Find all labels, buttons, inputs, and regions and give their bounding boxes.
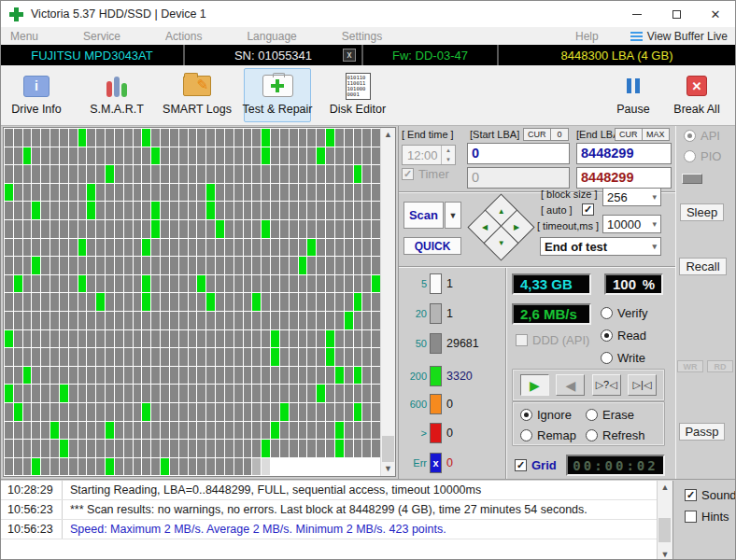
log-scrollbar[interactable]: ▲ ▼ (657, 481, 672, 560)
ddd-checkbox[interactable] (516, 334, 528, 346)
spin-down-icon[interactable]: ▼ (442, 155, 455, 164)
api-radio-row[interactable]: API (684, 129, 720, 143)
wr-button[interactable]: WR (677, 360, 703, 372)
view-buffer-live-button[interactable]: View Buffer Live (630, 30, 728, 43)
grid-scrollbar[interactable]: ▲ ▼ (380, 128, 395, 476)
radio-icon[interactable] (586, 429, 598, 441)
s-m-a-r-t-button[interactable]: S.M.A.R.T (83, 68, 150, 122)
scan-dropdown-button[interactable]: ▼ (445, 202, 461, 229)
grid-cell (161, 147, 169, 165)
timeout-select[interactable]: 10000▾ (602, 215, 661, 233)
radio-icon[interactable] (520, 429, 532, 441)
api-radio[interactable] (684, 130, 696, 142)
menu-help[interactable]: Help (575, 30, 599, 43)
grid-checkbox[interactable]: ✓ (515, 459, 527, 471)
disk-editor-button[interactable]: 0101101100111010000001Disk Editor (324, 68, 391, 122)
pio-radio-row[interactable]: PIO (684, 149, 721, 163)
menu-menu[interactable]: Menu (7, 30, 42, 43)
hints-checkbox[interactable] (685, 511, 697, 523)
play-button[interactable]: ▶ (520, 374, 549, 396)
grid-cell (262, 330, 270, 348)
break-all-button[interactable]: ✕ Break All (668, 68, 726, 122)
timer-checkbox[interactable]: ✓ (402, 168, 414, 180)
end-max-button[interactable]: MAX (642, 128, 670, 141)
pio-radio[interactable] (684, 150, 696, 162)
sleep-button[interactable]: Sleep (680, 203, 724, 221)
color-swatch[interactable] (682, 174, 702, 184)
rewind-button[interactable]: ◀ (556, 374, 585, 396)
scroll-up-icon[interactable]: ▲ (658, 481, 672, 495)
menu-language[interactable]: Language (243, 30, 300, 43)
minimize-button[interactable] (617, 1, 657, 27)
recall-button[interactable]: Recall (679, 258, 727, 275)
scan-button[interactable]: Scan (403, 202, 444, 229)
grid-cell (50, 239, 59, 257)
radio-icon[interactable] (601, 329, 613, 342)
start-cur-button[interactable]: CUR (523, 128, 551, 141)
action-radio-ignore[interactable]: Ignore (520, 408, 572, 422)
grid-cell (244, 348, 252, 366)
spin-up-icon[interactable]: ▲ (442, 146, 455, 155)
radio-icon[interactable] (586, 409, 598, 421)
grid-checkbox-row[interactable]: ✓ Grid (515, 458, 557, 472)
smart-logs-button[interactable]: ✎SMART Logs (163, 68, 231, 122)
grid-cell (244, 367, 252, 385)
mode-radio-write[interactable]: Write (601, 351, 645, 365)
timer-value-input[interactable]: 0 (467, 167, 570, 189)
action-radio-refresh[interactable]: Refresh (586, 428, 645, 442)
sound-checkbox[interactable]: ✓ (685, 489, 697, 501)
menu-service[interactable]: Service (79, 30, 124, 43)
start-lba-input[interactable]: 0 (467, 143, 570, 164)
pause-button[interactable]: Pause (604, 68, 662, 122)
grid-cell (280, 220, 289, 238)
radio-icon[interactable] (601, 307, 613, 319)
start-zero-button[interactable]: 0 (550, 128, 569, 141)
title-bar[interactable]: Victoria 5.37 HDD/SSD | Device 1 ✕ (1, 1, 735, 27)
action-radio-remap[interactable]: Remap (520, 428, 576, 442)
quick-button[interactable]: QUICK (403, 237, 461, 255)
legend-label: Err (399, 457, 427, 469)
seek-end-button[interactable]: ▷|◁ (628, 374, 657, 396)
sound-checkbox-row[interactable]: ✓ Sound (685, 488, 736, 502)
hints-checkbox-row[interactable]: Hints (685, 510, 729, 524)
rd-button[interactable]: RD (707, 360, 733, 372)
grid-cell (216, 165, 224, 183)
test-repair-button[interactable]: Test & Repair (244, 68, 311, 122)
serial-close-button[interactable]: x (343, 49, 356, 62)
grid-cell (206, 458, 215, 476)
grid-cell (290, 367, 298, 385)
ddd-checkbox-row[interactable]: DDD (API) (516, 333, 589, 347)
seek-question-button[interactable]: ▷?◁ (592, 374, 621, 396)
auto-checkbox[interactable]: ✓ (582, 203, 594, 216)
menu-actions[interactable]: Actions (162, 30, 205, 43)
scroll-down-icon[interactable]: ▼ (381, 462, 395, 476)
radio-icon[interactable] (520, 409, 532, 421)
grid-cell (299, 440, 307, 457)
end-time-spinner[interactable]: 12:00 ▲▼ (402, 145, 456, 165)
maximize-button[interactable] (657, 1, 696, 27)
grid-scrollbar-thumb[interactable] (382, 436, 394, 462)
log-scrollbar-thumb[interactable] (658, 518, 671, 542)
grid-cell (124, 275, 133, 293)
passp-button[interactable]: Passp (679, 423, 725, 441)
mode-radio-verify[interactable]: Verify (601, 306, 648, 320)
close-button[interactable]: ✕ (696, 1, 735, 27)
menu-settings[interactable]: Settings (338, 30, 386, 43)
action-radio-erase[interactable]: Erase (586, 408, 634, 422)
radio-icon[interactable] (601, 352, 613, 364)
device-firmware: Fw: DD-03-47 (363, 45, 499, 65)
block-size-select[interactable]: 256▾ (602, 188, 661, 206)
drive-info-button[interactable]: iDrive Info (3, 68, 70, 122)
mode-radio-read[interactable]: Read (601, 329, 646, 343)
grid-cell (124, 385, 133, 402)
end-cur-button[interactable]: CUR (615, 128, 643, 141)
grid-cell (60, 293, 68, 311)
jog-pad: ▲ ◀ ▶ ▼ (471, 197, 532, 259)
scroll-down-icon[interactable]: ▼ (658, 548, 672, 560)
end-lba-input-2[interactable]: 8448299 (576, 167, 672, 189)
scroll-up-icon[interactable]: ▲ (381, 128, 395, 142)
end-of-test-select[interactable]: End of test▾ (540, 237, 661, 256)
end-lba-input[interactable]: 8448299 (576, 143, 672, 164)
grid-cell (179, 129, 188, 147)
timer-checkbox-row[interactable]: ✓ Timer (402, 167, 449, 181)
